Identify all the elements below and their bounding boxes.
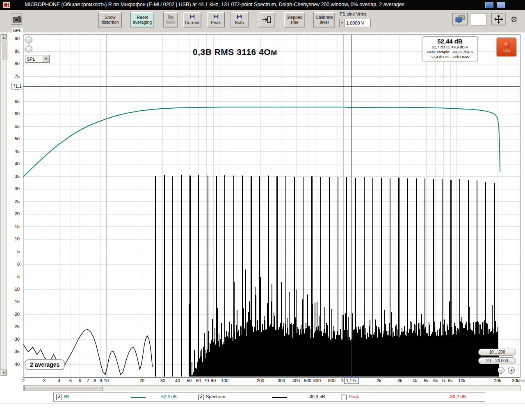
titlebar-window-icon[interactable] <box>497 2 505 8</box>
x-tick-label: 600 <box>313 378 321 383</box>
x-tick-label: 60 <box>196 378 201 383</box>
legend-checkbox-spectrum[interactable]: ✓ <box>198 395 204 400</box>
x-tick-label: 20 <box>139 378 144 383</box>
y-tick-label: 10 <box>15 236 20 241</box>
y-tick-label: 75 <box>15 74 20 79</box>
clip-indicator[interactable]: 12% <box>496 37 517 57</box>
range-20-20000-button[interactable]: 20 .. 20 000 <box>478 357 516 364</box>
x-tick-label: 6 <box>79 378 81 383</box>
scroll-up-button[interactable]: ▲ <box>1 34 7 40</box>
display-settings-button[interactable] <box>452 13 468 25</box>
scroll-down-button[interactable]: ▼ <box>1 370 7 375</box>
x-tick-label: 70 <box>204 378 209 383</box>
y-tick-label: 65 <box>15 99 20 104</box>
app-icon[interactable] <box>3 2 10 8</box>
vertical-scrollbar-thumb[interactable] <box>1 41 7 60</box>
x-tick-label: 800 <box>328 378 336 383</box>
x-tick-label: 10k <box>458 378 466 383</box>
settings-gear-button[interactable]: ⚙ <box>509 13 519 25</box>
y-axis-caption: SPL <box>12 28 23 33</box>
legend-checkbox-6v[interactable]: ✓ <box>56 395 62 400</box>
x-zoom-in-button[interactable]: + <box>508 367 515 374</box>
clip-led-icon <box>504 42 510 48</box>
x-tick-label: 50 <box>187 378 192 383</box>
save-peak-label: Peak <box>211 20 221 25</box>
x-tick-label: 5 <box>69 378 72 383</box>
snapshot-button[interactable] <box>11 14 22 25</box>
legend-label-peak: Peak <box>349 394 359 399</box>
fs-sine-input[interactable] <box>345 19 371 27</box>
y-tick-label: 5 <box>17 249 20 254</box>
spectrum-plot[interactable]: + − SPL ▼ 0,3В RMS 3116 4Ом 52,44 dB 51,… <box>23 34 520 378</box>
export-arrow-icon <box>262 16 272 24</box>
y-tick-label: -5 <box>16 274 20 279</box>
x-tick-label: 9 <box>100 378 102 383</box>
horizontal-scrollbar[interactable] <box>23 385 520 391</box>
legend-value-peak: -30,2 dB <box>449 394 466 399</box>
calibrate-level-button[interactable]: Calibrate level <box>313 12 335 27</box>
pan-mode-button[interactable] <box>491 13 506 25</box>
y-tick-label: 55 <box>15 124 20 129</box>
y-tick-label: -15 <box>13 299 20 304</box>
y-tick-label: 20 <box>15 211 20 216</box>
x-tick-label: 4 <box>58 378 60 383</box>
y-tick-label: 80 <box>15 61 20 66</box>
x-tick-label: 400 <box>292 378 300 383</box>
legend-bar: ✓ 6В 62,6 dB ✓ Spectrum -30,3 dB Peak -3… <box>53 393 485 402</box>
reset-averaging-button[interactable]: Reset averaging <box>130 12 154 27</box>
save-current-button[interactable]: Current <box>183 12 201 27</box>
save-current-label: Current <box>185 20 199 25</box>
floppy-icon <box>237 14 242 20</box>
floppy-icon <box>189 14 195 20</box>
floppy-icon <box>213 14 219 20</box>
x-tick-label: 10 <box>104 378 109 383</box>
titlebar-display-icon[interactable] <box>485 2 493 8</box>
x-tick-label: 6k <box>433 378 438 383</box>
level-readout-weighted: 51,7 dB C, 49,9 dB A <box>422 45 477 50</box>
x-tick-label: 2k <box>377 378 381 383</box>
spectrum-plot-canvas[interactable] <box>23 35 520 377</box>
show-distortion-button[interactable]: Show distortion <box>98 12 122 27</box>
camera-icon <box>12 16 21 23</box>
monitor-icon <box>455 15 466 23</box>
y-tick-label: 40 <box>15 161 20 166</box>
range-10-200-button[interactable]: 10 .. 200 <box>478 349 516 356</box>
blank-panel-button[interactable] <box>471 13 486 25</box>
cursor-level-label: 71,1 <box>11 83 23 89</box>
save-both-label: Both <box>235 20 244 25</box>
save-peak-button[interactable]: Peak <box>207 12 225 27</box>
x-tick-label: 30kHz <box>512 378 525 383</box>
y-tick-label: 85 <box>15 49 20 54</box>
x-tick-label: 4k <box>412 378 417 383</box>
vertical-scrollbar[interactable]: ▲ ▼ <box>0 34 7 376</box>
transfer-button[interactable] <box>258 12 275 27</box>
fs-sine-field: ▼ <box>339 19 371 27</box>
x-tick-label: 8k <box>448 378 453 383</box>
zoom-out-button[interactable]: − <box>25 46 32 52</box>
y-tick-label: 60 <box>15 111 20 116</box>
scale-mode-select[interactable]: SPL ▼ <box>25 55 50 63</box>
x-tick-label: 40 <box>175 378 180 383</box>
level-readout-main: 52,44 dB <box>422 38 477 45</box>
y-tick-label: -35 <box>13 349 20 354</box>
level-readout-peak-sample: Peak sample: -40,12 dBFS <box>422 50 477 55</box>
horizontal-scrollbar-thumb[interactable] <box>24 386 103 391</box>
dropdown-arrow-icon[interactable]: ▼ <box>339 19 345 27</box>
x-tick-label: 5k <box>424 378 429 383</box>
legend-value-6v: 62,6 dB <box>161 394 177 399</box>
averages-badge: 2 averages <box>25 359 65 370</box>
move-arrows-icon <box>494 15 503 24</box>
stepped-sine-button[interactable]: Stepped sine <box>284 12 305 27</box>
x-axis-labels: 2345678910203040506070801002003004005006… <box>23 378 522 384</box>
x-tick-label: 8 <box>94 378 96 383</box>
y-tick-label: 15 <box>15 224 20 229</box>
x-zoom-out-button[interactable]: − <box>498 367 504 374</box>
legend-checkbox-peak[interactable] <box>341 395 347 400</box>
zoom-in-button[interactable]: + <box>25 37 32 43</box>
x-tick-label: 3 <box>43 378 46 383</box>
save-both-button[interactable]: Both <box>230 12 249 27</box>
wav-label: WAV <box>166 20 176 25</box>
status-strip <box>0 404 525 420</box>
plot-title: 0,3В RMS 3116 4Ом <box>193 47 277 57</box>
y-tick-label: -40 <box>13 362 20 367</box>
